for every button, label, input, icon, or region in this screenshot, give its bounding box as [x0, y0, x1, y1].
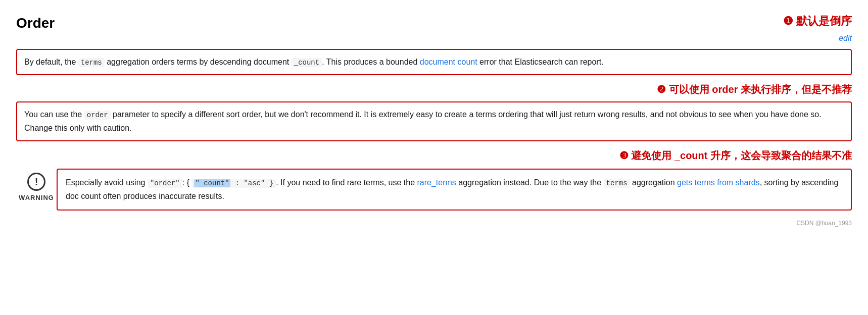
- section1-text: By default, the terms aggregation orders…: [24, 55, 844, 69]
- section1-text-after-code1: aggregation orders terms by descending d…: [105, 58, 292, 66]
- section2-text-before-code: You can use the: [24, 110, 84, 119]
- warning-wrapper: ! WARNING Especially avoid using "order"…: [16, 169, 852, 211]
- edit-link[interactable]: edit: [839, 32, 852, 45]
- section1-text-after-code2: . This produces a bounded: [322, 58, 420, 66]
- annotation-3-row: ❸ 避免使用 _count 升序，这会导致聚合的结果不准: [16, 147, 852, 164]
- warning-rest-code: : "asc" }: [233, 179, 276, 188]
- warning-code2-highlight: "_count": [191, 179, 232, 188]
- section1-text-after-link: error that Elasticsearch can report.: [477, 58, 604, 66]
- section2-text-after-code: parameter to specify a different sort or…: [111, 110, 362, 119]
- section1-text-before-code1: By default, the: [24, 58, 78, 66]
- warning-icon: !: [27, 173, 45, 191]
- warning-text-after-code: . If you need to find rare terms, use th…: [276, 178, 417, 187]
- warning-code3: terms: [604, 179, 630, 188]
- warning-code1: "order": [148, 179, 182, 188]
- section1-link[interactable]: document count: [420, 58, 477, 66]
- section2-code1: order: [84, 111, 111, 120]
- warning-text-before-link2: aggregation: [630, 178, 677, 187]
- header-right: ❶ 默认是倒序 edit: [783, 12, 852, 45]
- section1-block: By default, the terms aggregation orders…: [16, 49, 852, 75]
- warning-link1[interactable]: rare_terms: [417, 178, 456, 187]
- section1-code2: _count: [292, 58, 322, 67]
- warning-text-before-code1: Especially avoid using: [66, 178, 148, 187]
- section1-code1: terms: [78, 58, 105, 67]
- annotation-2-row: ❷ 可以使用 order 来执行排序，但是不推荐: [16, 81, 852, 97]
- warning-colon: : {: [182, 178, 192, 187]
- section2-text: You can use the order parameter to speci…: [24, 108, 844, 135]
- warning-content-box: Especially avoid using "order": { "_coun…: [57, 169, 852, 211]
- page-header: Order ❶ 默认是倒序 edit: [16, 12, 852, 45]
- annotation-2: ❷ 可以使用 order 来执行排序，但是不推荐: [657, 81, 852, 97]
- warning-link2[interactable]: gets terms from shards: [677, 178, 760, 187]
- annotation-3: ❸ 避免使用 _count 升序，这会导致聚合的结果不准: [619, 147, 852, 164]
- warning-icon-col: ! WARNING: [16, 169, 57, 203]
- footer-credit: CSDN @huan_1993: [16, 219, 852, 228]
- warning-text: Especially avoid using "order": { "_coun…: [66, 176, 843, 203]
- warning-label: WARNING: [19, 193, 54, 203]
- page-title: Order: [16, 12, 55, 35]
- warning-text-mid: aggregation instead. Due to the way the: [456, 178, 604, 187]
- annotation-1: ❶ 默认是倒序: [783, 12, 852, 30]
- section2-block: You can use the order parameter to speci…: [16, 101, 852, 141]
